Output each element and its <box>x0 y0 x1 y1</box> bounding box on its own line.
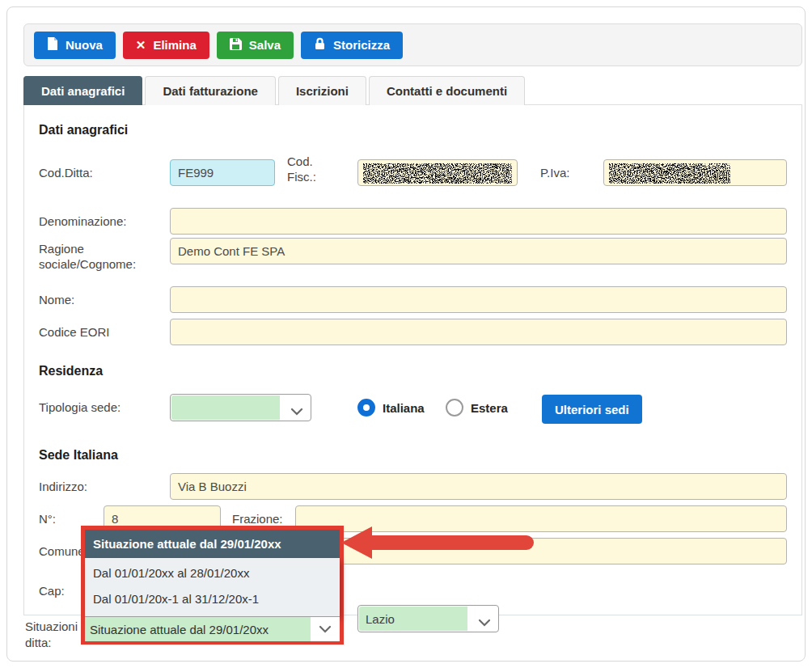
p-iva-label: P.Iva: <box>540 165 569 180</box>
section-title-residenza: Residenza <box>39 364 103 378</box>
nuova-button[interactable]: Nuova <box>34 32 116 59</box>
situazioni-dropdown-option[interactable]: Dal 01/01/20xx al 28/01/20xx <box>93 566 249 580</box>
salva-button[interactable]: Salva <box>217 32 294 59</box>
annotation-arrow <box>370 535 534 550</box>
tipologia-sede-value <box>171 395 280 420</box>
annotation-arrow-head <box>341 526 372 559</box>
ulteriori-sedi-button[interactable]: Ulteriori sedi <box>542 395 642 424</box>
cod-ditta-label: Cod.Ditta: <box>39 165 93 180</box>
tipologia-sede-select[interactable] <box>170 394 311 421</box>
nuova-button-label: Nuova <box>66 38 103 52</box>
elimina-button-label: Elimina <box>153 38 196 52</box>
tab-label: Dati anagrafici <box>41 84 125 98</box>
cod-fisc-label: Cod. Fisc.: <box>287 154 334 184</box>
ulteriori-sedi-button-label: Ulteriori sedi <box>555 403 629 416</box>
denominazione-label: Denominazione: <box>39 214 126 229</box>
toolbar: Nuova ✕ Elimina Salva Storicizza <box>23 23 802 66</box>
storicizza-button-label: Storicizza <box>333 38 390 52</box>
situazioni-ditta-select[interactable]: Situazione attuale dal 29/01/20xx <box>85 616 340 641</box>
regione-select[interactable]: Lazio <box>357 605 499 632</box>
radio-italiana[interactable] <box>357 399 375 416</box>
storicizza-button[interactable]: Storicizza <box>301 32 403 59</box>
indirizzo-input[interactable] <box>170 473 787 500</box>
situazioni-dropdown-option-selected[interactable]: Situazione attuale dal 29/01/20xx <box>85 530 340 558</box>
situazioni-dropdown-option[interactable]: Dal 01/01/20x-1 al 31/12/20x-1 <box>93 592 259 606</box>
section-title-dati-anagrafici: Dati anagrafici <box>39 123 128 137</box>
situazioni-ditta-label: Situazioni ditta: <box>25 619 90 651</box>
situazioni-ditta-select-value: Situazione attuale dal 29/01/20xx <box>90 623 269 636</box>
situazioni-dropdown-list: Dal 01/01/20xx al 28/01/20xx Dal 01/01/2… <box>85 558 340 616</box>
numero-civico-label: N°: <box>39 511 56 526</box>
new-file-icon <box>47 37 58 53</box>
lock-icon <box>314 37 326 53</box>
chevron-down-icon <box>311 617 340 641</box>
tipologia-sede-label: Tipologia sede: <box>39 400 121 415</box>
radio-italiana-label: Italiana <box>383 401 425 415</box>
codice-eori-input[interactable] <box>170 319 787 345</box>
tab-bar: Dati anagrafici Dati fatturazione Iscriz… <box>23 76 525 105</box>
chevron-down-icon <box>290 404 303 418</box>
dropdown-option-label: Situazione attuale dal 29/01/20xx <box>93 537 281 551</box>
codice-eori-label: Codice EORI <box>39 324 110 340</box>
tab-contatti-e-documenti[interactable]: Contatti e documenti <box>369 76 525 105</box>
elimina-button[interactable]: ✕ Elimina <box>123 32 209 59</box>
radio-estera-label: Estera <box>471 401 508 415</box>
tab-dati-anagrafici[interactable]: Dati anagrafici <box>23 76 142 105</box>
chevron-down-icon <box>478 615 491 629</box>
tab-dati-fatturazione[interactable]: Dati fatturazione <box>145 76 276 105</box>
tab-iscrizioni[interactable]: Iscrizioni <box>278 76 366 105</box>
regione-select-value: Lazio <box>359 607 467 631</box>
ragione-sociale-label: Ragione sociale/Cognome: <box>39 241 162 272</box>
indirizzo-label: Indirizzo: <box>39 479 87 494</box>
cod-ditta-input[interactable] <box>170 159 275 186</box>
frazione-label: Frazione: <box>232 511 283 526</box>
p-iva-input-redacted[interactable] <box>603 159 787 186</box>
ragione-sociale-input[interactable] <box>170 238 787 264</box>
save-icon <box>230 38 242 53</box>
x-icon: ✕ <box>136 39 146 51</box>
nome-input[interactable] <box>170 286 787 313</box>
tab-label: Contatti e documenti <box>387 84 507 98</box>
cap-label: Cap: <box>39 583 65 598</box>
denominazione-input[interactable] <box>170 208 787 235</box>
nome-label: Nome: <box>39 292 74 307</box>
section-title-sede-italiana: Sede Italiana <box>39 448 118 463</box>
radio-estera[interactable] <box>446 399 463 416</box>
cod-fisc-input-redacted[interactable] <box>357 159 518 186</box>
salva-button-label: Salva <box>249 38 281 52</box>
tab-label: Dati fatturazione <box>163 84 258 98</box>
tab-label: Iscrizioni <box>296 84 349 98</box>
